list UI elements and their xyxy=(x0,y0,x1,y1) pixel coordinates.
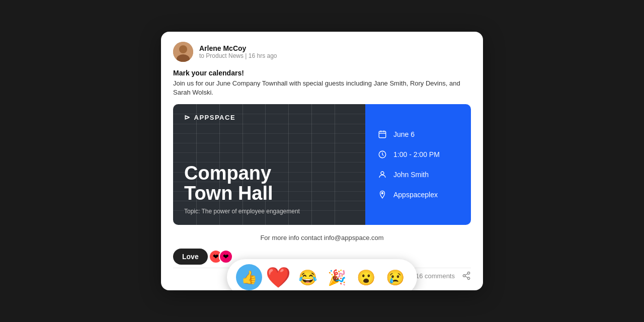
avatar xyxy=(173,42,193,62)
date-text: June 6 xyxy=(393,130,415,138)
post-title: Mark your calendars! xyxy=(173,69,471,77)
contact-line: For more info contact info@appspace.com xyxy=(173,234,471,242)
person-icon xyxy=(377,170,387,180)
svg-point-9 xyxy=(382,193,383,194)
post-header: Arlene McCoy to Product News | 16 hrs ag… xyxy=(173,42,471,62)
time-text: 1:00 - 2:00 PM xyxy=(393,150,440,158)
emoji-laugh[interactable]: 😂 xyxy=(294,264,320,290)
emoji-thumbs[interactable]: 👍 xyxy=(236,264,262,290)
event-speaker: John Smith xyxy=(377,170,459,180)
svg-point-1 xyxy=(179,45,187,53)
banner-left: ⊳ APPSPACE Company Town Hall Topic: The … xyxy=(173,104,365,225)
event-time: 1:00 - 2:00 PM xyxy=(377,149,459,159)
emoji-cry[interactable]: 😢 xyxy=(382,264,408,290)
heart-bubble-2: ❤ xyxy=(219,250,233,264)
banner-topic: Topic: The power of employee engagement xyxy=(184,208,354,215)
event-date: June 6 xyxy=(377,129,459,139)
location-text: Appspaceplex xyxy=(393,191,438,199)
emoji-bar: 👍 ❤️ 😂 🎉 😮 😢 xyxy=(227,259,417,290)
clock-icon xyxy=(377,149,387,159)
share-icon xyxy=(462,271,471,280)
post-author: Arlene McCoy xyxy=(199,44,277,52)
share-button[interactable] xyxy=(462,271,471,280)
contact-text: For more info contact info@appspace.com xyxy=(260,234,383,242)
love-button[interactable]: Love xyxy=(173,249,208,265)
banner-right: June 6 1:00 - 2:00 PM John Smith xyxy=(365,104,471,225)
post-sub: to Product News | 16 hrs ago xyxy=(199,52,277,59)
logo-text: APPSPACE xyxy=(194,114,236,121)
event-banner: ⊳ APPSPACE Company Town Hall Topic: The … xyxy=(173,104,471,225)
calendar-icon xyxy=(377,129,387,139)
hearts-preview: ❤ ❤ xyxy=(213,250,233,264)
post-meta: Arlene McCoy to Product News | 16 hrs ag… xyxy=(199,44,277,59)
post-description: Join us for our June Company Townhall wi… xyxy=(173,79,471,97)
banner-title: Company Town Hall xyxy=(184,164,354,204)
event-location: Appspaceplex xyxy=(377,190,459,200)
svg-rect-3 xyxy=(379,131,386,138)
emoji-wow[interactable]: 😮 xyxy=(353,264,379,290)
post-body: Mark your calendars! Join us for our Jun… xyxy=(173,69,471,97)
svg-point-8 xyxy=(381,172,384,175)
emoji-party[interactable]: 🎉 xyxy=(324,264,350,290)
comments-count: 16 comments xyxy=(416,272,455,280)
speaker-text: John Smith xyxy=(393,171,429,179)
location-icon xyxy=(377,190,387,200)
emoji-heart[interactable]: ❤️ xyxy=(265,264,291,290)
banner-logo: ⊳ APPSPACE xyxy=(184,113,235,121)
logo-arrow-icon: ⊳ xyxy=(184,113,191,121)
